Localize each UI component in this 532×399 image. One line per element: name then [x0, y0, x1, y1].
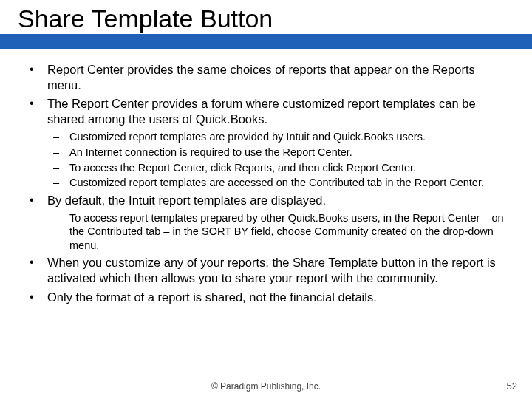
bullet-text: Only the format of a report is shared, n…: [47, 290, 377, 304]
content-area: Report Center provides the same choices …: [0, 49, 532, 305]
bullet-item: Only the format of a report is shared, n…: [25, 290, 507, 305]
sub-bullet-item: Customized report templates are provided…: [47, 130, 507, 144]
bullet-text: When you customize any of your reports, …: [47, 256, 496, 284]
bullet-text: By default, the Intuit report templates …: [47, 194, 326, 207]
bullet-text: The Report Center provides a forum where…: [47, 97, 476, 126]
bullet-item: By default, the Intuit report templates …: [25, 193, 507, 253]
bullet-item: When you customize any of your reports, …: [25, 255, 507, 286]
sub-bullet-item: To access the Report Center, click Repor…: [47, 161, 507, 175]
bullet-text: Report Center provides the same choices …: [47, 63, 475, 92]
bullet-item: Report Center provides the same choices …: [25, 62, 507, 93]
bullet-item: The Report Center provides a forum where…: [25, 96, 507, 189]
sub-bullet-item: Customized report templates are accessed…: [47, 176, 507, 190]
sub-bullet-item: To access report templates prepared by o…: [47, 211, 507, 253]
sub-bullet-item: An Internet connection is required to us…: [47, 146, 507, 160]
page-number: 52: [507, 381, 517, 392]
slide-title: Share Template Button: [0, 0, 532, 33]
footer-copyright: © Paradigm Publishing, Inc.: [0, 381, 532, 392]
title-accent-band: [0, 34, 532, 49]
title-area: Share Template Button: [0, 0, 532, 49]
